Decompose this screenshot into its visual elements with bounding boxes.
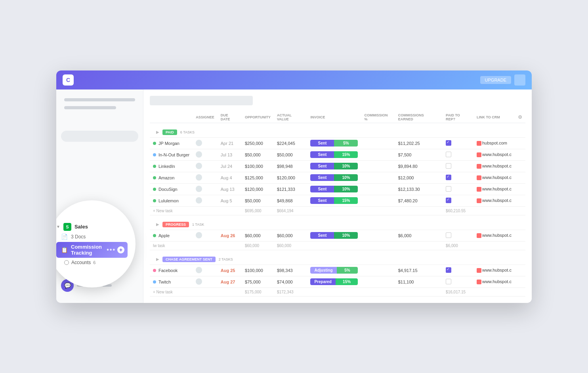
add-button[interactable]: + [117,246,124,253]
col-name [150,112,193,123]
assignee-icon [196,174,202,181]
subtotal-opportunity: $695,000 [242,206,274,215]
app-body: ▼ S Sales 📄 3 Docs 📋 Commission Tracking… [56,89,532,303]
opportunity: $125,000 [242,172,274,183]
main-search-bar[interactable] [150,96,253,105]
sidebar-search[interactable] [61,131,138,142]
sidebar-docs-item[interactable]: 📄 3 Docs [56,232,86,241]
settings-icon[interactable]: ⚙ [518,114,522,120]
commissions-earned: $9,894.80 [395,160,443,172]
opportunity: $120,000 [242,183,274,195]
group-header-progress: ▶ PROGRESS 1 TASK [150,215,525,230]
invoice-sent: Sent [310,197,334,204]
table-row: Amazon Aug 4 $125,000 $120,000 Sent 10% [150,172,525,183]
commission-pct: 15% [334,197,358,204]
new-task-row-progress: lw task $60,000 $60,000 $6,000 [150,241,525,250]
opportunity: $100,000 [242,265,274,276]
table-row: Apple Aug 26 $60,000 $60,000 Sent 10% [150,230,525,241]
due-date: Aug 27 [218,276,242,287]
new-task-row-chase: + New task $175,000 $172,343 $16,017.15 [150,287,525,296]
assignee-icon [196,278,202,285]
invoice-cell: Sent 10% [310,174,358,181]
collapse-icon-3[interactable]: ▶ [156,257,159,261]
badge-progress: PROGRESS [162,222,189,227]
sidebar-item-sales[interactable]: ▼ S Sales [56,221,88,232]
actual-value: $74,000 [274,276,307,287]
row-name[interactable]: Amazon [158,175,174,180]
invoice-prepared: Prepared [310,278,335,285]
actual-value: $98,948 [274,160,307,172]
collapse-icon-2[interactable]: ▶ [156,222,159,226]
new-task-label-2[interactable]: lw task [153,244,165,248]
crm-link[interactable]: www.hubspot.c [482,152,512,157]
paid-checkbox[interactable] [446,152,451,157]
paid-checkbox[interactable] [446,279,451,284]
row-name[interactable]: DocuSign [158,187,178,192]
commissions-earned: $7,480.20 [395,195,443,206]
new-task-label-3[interactable]: + New task [153,290,173,294]
col-assignee: ASSIGNEE [193,112,218,123]
subtotal-commission-2: $6,000 [443,241,473,250]
link-icon [477,233,481,238]
title-bar: C UPGRADE [56,70,532,89]
paid-checkbox[interactable] [446,140,451,146]
sidebar-accounts[interactable]: Accounts 6 [56,259,95,266]
app-window: C UPGRADE ▼ S Sales 📄 3 Docs [56,70,532,303]
col-actual-value: ACTUAL VALUE [274,112,307,123]
due-date: Aug 4 [218,172,242,183]
crm-link[interactable]: www.hubspot.c [482,164,512,168]
row-name[interactable]: Facebook [158,268,178,273]
new-task-label[interactable]: + New task [153,209,173,213]
col-settings: ⚙ [515,112,525,123]
link-icon [477,268,481,273]
crm-link[interactable]: www.hubspot.c [482,198,512,203]
row-name[interactable]: Apple [158,233,170,238]
subtotal-opportunity-3: $175,000 [242,287,274,296]
paid-checkbox[interactable] [446,186,451,192]
paid-checkbox[interactable] [446,232,451,238]
new-task-row-paid: + New task $695,000 $664,194 $60,210.55 [150,206,525,215]
more-dots[interactable]: ••• [107,246,116,253]
crm-link[interactable]: hubspot.com [482,141,507,145]
paid-checkbox[interactable] [446,163,451,169]
row-indicator [153,269,156,272]
commission-pct: 10% [334,174,358,181]
col-due-date: DUE DATE [218,112,242,123]
crm-link[interactable]: www.hubspot.c [482,186,512,191]
crm-link[interactable]: www.hubspot.c [482,279,512,284]
sidebar-commission-tracking[interactable]: 📋 Commission Tracking ••• + [56,242,128,258]
invoice-cell: Sent 10% [310,186,358,192]
row-name[interactable]: Lululemon [158,198,179,203]
paid-checkbox[interactable] [446,198,451,203]
commissions-earned: $4,917.15 [395,265,443,276]
opportunity: $50,000 [242,195,274,206]
crm-link[interactable]: www.hubspot.c [482,233,512,238]
invoice-cell: Sent 15% [310,151,358,158]
tracking-table: ASSIGNEE DUE DATE OPPORTUNITY ACTUAL VAL… [150,112,525,297]
commissions-earned: $11,202.25 [395,137,443,149]
actual-value: $60,000 [274,230,307,241]
upgrade-button[interactable]: UPGRADE [480,76,511,84]
doc-icon: 📄 [61,234,68,240]
row-indicator [153,280,156,284]
collapse-icon[interactable]: ▶ [156,130,159,134]
col-commission-pct: COMMISSION % [361,112,395,123]
chevron-icon: ▼ [56,225,60,229]
crm-link[interactable]: www.hubspot.c [482,268,512,272]
invoice-sent: Sent [310,232,334,239]
row-name[interactable]: Twitch [158,280,171,284]
invoice-cell: Sent 5% [310,140,358,147]
row-name[interactable]: LinkedIn [158,164,175,169]
commissions-earned: $12,133.30 [395,183,443,195]
paid-checkbox[interactable] [446,175,451,180]
link-icon [477,141,481,146]
commission-pct: 5% [337,267,358,274]
invoice-cell: Adjusting 5% [310,267,358,274]
due-date: Aug 26 [218,230,242,241]
row-name[interactable]: In-N-Out Burger [158,152,189,157]
row-name[interactable]: JP Morgan [158,141,179,146]
crm-link[interactable]: www.hubspot.c [482,175,512,180]
row-indicator [153,176,156,179]
link-icon [477,175,481,180]
paid-checkbox[interactable] [446,267,451,273]
